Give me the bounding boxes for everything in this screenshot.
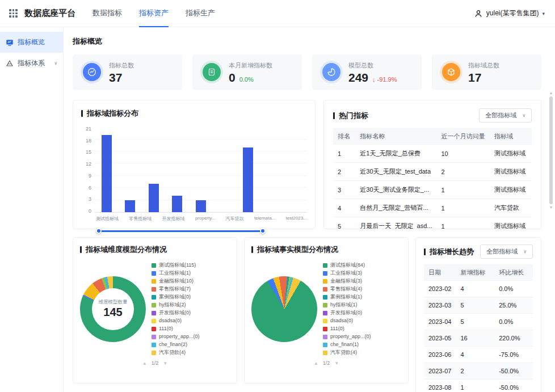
legend-label: 测试指标域(115) [159, 262, 196, 269]
legend-pager: ▲ 1/2 ▼ [251, 360, 401, 366]
sidebar: 指标概览 指标体系 ∨ [0, 27, 64, 392]
table-cell: 2023-07 [424, 363, 456, 380]
pager-label: 1/2 [323, 360, 330, 366]
domain-filter-select[interactable]: 全部指标域 ∨ [480, 245, 533, 259]
legend-swatch [152, 287, 156, 292]
legend-label: 汽车贷款(4) [330, 349, 357, 356]
x-label: telemata... [254, 216, 275, 222]
legend-item[interactable]: 开发指标域(0) [152, 309, 230, 317]
table-row: 2023-0516220.0% [424, 330, 533, 347]
growth-table: 日期新增指标环比增长2023-0240.0%2023-03525.0%2023-… [424, 264, 533, 392]
scroll-down-icon[interactable]: ▼ [549, 205, 553, 210]
table-cell: -75.0% [494, 347, 533, 363]
legend-item[interactable]: 工业指标域(1) [152, 269, 230, 277]
legend-label: 111(0) [330, 325, 344, 332]
column-header: 日期 [424, 264, 456, 281]
legend-item[interactable]: 汽车贷款(4) [323, 349, 401, 356]
legend-item[interactable]: 金融指标域(10) [152, 277, 230, 285]
pie-chart [251, 276, 317, 342]
table-cell: 测试指标域 [490, 181, 532, 199]
stat-value: 17 [468, 71, 481, 83]
legend-item[interactable]: 案例指标域(0) [152, 293, 230, 301]
table-cell: 2023-02 [424, 281, 456, 297]
table-header-row: 日期新增指标环比增长 [424, 264, 533, 281]
legend-item[interactable]: property_app...(0) [152, 333, 230, 340]
x-label: 测试指标域 [96, 216, 119, 222]
legend-item[interactable]: 金融指标域(3) [323, 277, 401, 285]
legend-label: hy指标域(1) [330, 301, 358, 309]
nav-item-2[interactable]: 指标资产 [139, 0, 169, 27]
legend-item[interactable]: hy指标域(1) [323, 301, 401, 309]
pager-up-icon[interactable]: ▲ [314, 361, 318, 366]
legend-item[interactable]: 开发指标域(0) [323, 309, 401, 317]
legend-label: 零售指标域(7) [159, 285, 191, 293]
x-label: 汽车贷款 [226, 216, 244, 222]
legend-item[interactable]: 零售指标域(7) [152, 285, 230, 293]
table-cell: -50.0% [494, 380, 533, 392]
scroll-up-icon[interactable]: ▲ [549, 91, 553, 95]
bar-slot [95, 128, 119, 212]
bar [172, 196, 182, 212]
datazoom-track[interactable] [98, 230, 263, 232]
y-tick: 21 [86, 128, 91, 130]
table-cell: 0.0% [494, 281, 533, 297]
legend-item[interactable]: che_finan(1) [323, 341, 401, 348]
pager-down-icon[interactable]: ▼ [334, 361, 339, 366]
legend-item[interactable]: hy指标域(2) [152, 301, 230, 309]
dimension-model-panel: 指标域维度模型分布情况 维度模型数量 145 测试指标域(115)工业指标域(1… [73, 237, 237, 383]
pager-down-icon[interactable]: ▼ [163, 361, 167, 366]
legend-swatch [152, 303, 156, 307]
table-cell: 月最后一天_无限定_asd... [355, 217, 436, 230]
user-avatar-icon [474, 9, 483, 18]
stat-label: 指标域总数 [468, 61, 499, 70]
sidebar-item-overview[interactable]: 指标概览 [0, 32, 63, 53]
apps-grid-icon[interactable] [9, 9, 18, 18]
sidebar-item-system[interactable]: 指标体系 ∨ [0, 53, 63, 74]
legend-swatch [323, 319, 327, 323]
legend-item[interactable]: 测试指标域(115) [152, 262, 230, 269]
column-header: 环比增长 [494, 264, 533, 281]
legend-item[interactable]: che_finan(2) [152, 341, 230, 348]
legend-item[interactable]: 零售指标域(4) [323, 285, 401, 293]
legend-swatch [323, 327, 327, 331]
scrollbar-thumb[interactable] [549, 96, 553, 204]
stat-delta: 0.0% [239, 76, 254, 83]
legend-swatch [323, 335, 327, 339]
legend-item[interactable]: dsadsa(0) [152, 317, 230, 324]
legend-item[interactable]: 案例指标域(1) [323, 293, 401, 301]
table-cell: 5 [456, 314, 494, 330]
legend-swatch [323, 271, 327, 276]
user-menu[interactable]: yulei(某零售集团) ▾ [474, 9, 545, 18]
table-cell: 1 [333, 145, 355, 163]
user-name: yulei(某零售集团) [486, 9, 539, 18]
legend-label: property_app...(0) [330, 333, 371, 340]
table-cell: 2023-08 [424, 380, 456, 392]
y-tick: 18 [86, 140, 91, 142]
scrollbar[interactable]: ▲ ▼ [548, 91, 554, 210]
table-cell: 自然月_无限定_营销百... [355, 199, 436, 217]
bar-slot [142, 128, 166, 212]
domain-filter-select[interactable]: 全部指标域 ∨ [479, 108, 532, 123]
datazoom-slider[interactable] [98, 228, 304, 234]
datazoom-handle-right[interactable] [260, 228, 266, 234]
legend-label: hy指标域(2) [159, 301, 186, 309]
nav-item-3[interactable]: 指标生产 [186, 0, 215, 27]
legend-item[interactable]: property_app...(0) [323, 333, 401, 340]
table-row: 2023-03525.0% [424, 297, 533, 314]
nav-item-1[interactable]: 数据指标 [93, 0, 122, 27]
legend-swatch [323, 279, 327, 284]
legend-item[interactable]: 测试指标域(84) [323, 262, 401, 269]
legend-item[interactable]: dsadsa(0) [323, 317, 401, 324]
column-header: 近一个月访问量 [436, 128, 490, 145]
new-metrics-icon [203, 63, 221, 81]
stat-label: 指标总数 [109, 61, 134, 70]
table-row: 2023-0450.0% [424, 314, 533, 330]
legend-item[interactable]: 工业指标域(3) [323, 269, 401, 277]
legend-item[interactable]: 111(0) [323, 325, 401, 332]
legend-item[interactable]: 111(0) [152, 325, 230, 332]
legend-item[interactable]: 汽车贷款(4) [152, 349, 230, 356]
datazoom-handle-left[interactable] [96, 228, 102, 234]
legend-swatch [152, 295, 156, 300]
legend-swatch [152, 319, 156, 323]
pager-up-icon[interactable]: ▲ [142, 361, 147, 366]
